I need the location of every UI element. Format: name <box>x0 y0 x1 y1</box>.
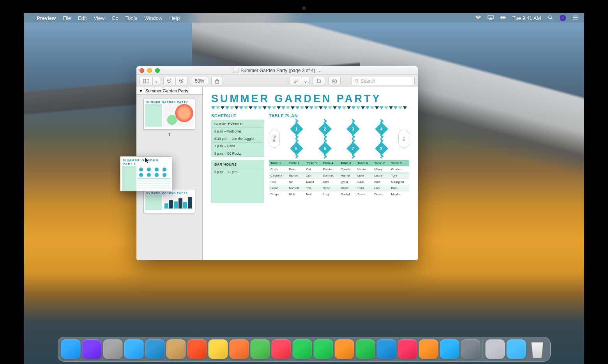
battery-icon[interactable] <box>500 15 506 21</box>
menubar: Preview File Edit View Go Tools Window H… <box>24 13 584 23</box>
spotlight-icon[interactable] <box>547 15 553 21</box>
dock-appstore[interactable] <box>440 339 460 359</box>
table-icon-4: 4 <box>374 121 389 137</box>
preview-window: Summer Garden Party (page 3 of 4) ⌄ ⌄ 50… <box>136 66 418 260</box>
bar-hours-box: BAR HOURS 6 p.m. – 11 p.m. <box>211 160 264 203</box>
chevron-down-icon[interactable]: ⌄ <box>318 68 322 73</box>
svg-rect-1 <box>501 17 505 18</box>
table-icon-1: 1 <box>289 121 304 137</box>
dock-trash[interactable] <box>528 339 547 359</box>
svg-line-16 <box>183 82 184 83</box>
svg-rect-9 <box>145 79 149 83</box>
dock-finder[interactable] <box>61 339 81 359</box>
table-icon-6: 6 <box>317 141 333 156</box>
schedule-heading: SCHEDULE <box>211 113 264 118</box>
dock-keynote[interactable] <box>377 339 396 359</box>
svg-point-3 <box>549 16 552 19</box>
table-layout: Stage 12345678 Bar <box>269 120 409 160</box>
dock-preview[interactable] <box>486 339 505 359</box>
svg-point-21 <box>355 79 358 82</box>
document-canvas[interactable]: SUMMER GARDEN PARTY SCHEDULE STAGE EVENT… <box>203 87 418 260</box>
highlight-menu[interactable]: ⌄ <box>302 77 309 85</box>
table-icon-5: 5 <box>289 141 304 156</box>
svg-line-12 <box>171 82 172 83</box>
search-input[interactable]: Search <box>352 77 415 85</box>
tableplan-heading: TABLE PLAN <box>269 113 409 118</box>
zoom-level[interactable]: 50% <box>191 77 208 85</box>
maximize-button[interactable] <box>155 68 160 73</box>
doc-title: SUMMER GARDEN PARTY <box>211 93 409 105</box>
menu-window[interactable]: Window <box>144 15 162 21</box>
seating-table: Table 1Table 2Table 3Table 4Table 5Table… <box>269 160 409 197</box>
dock-pages[interactable] <box>335 339 354 359</box>
dock-preferences[interactable] <box>461 339 481 359</box>
disclosure-triangle-icon[interactable]: ▼ <box>139 88 143 93</box>
dock-facetime[interactable] <box>314 339 333 359</box>
view-mode-menu[interactable]: ⌄ <box>153 77 160 85</box>
dock-numbers[interactable] <box>356 339 375 359</box>
siri-icon[interactable] <box>560 15 566 21</box>
minimize-button[interactable] <box>147 68 152 73</box>
dock <box>58 337 551 362</box>
table-icon-2: 2 <box>317 121 333 137</box>
wifi-icon[interactable] <box>475 15 481 21</box>
menu-view[interactable]: View <box>94 15 105 21</box>
highlight-button[interactable] <box>290 77 302 85</box>
menu-tools[interactable]: Tools <box>125 15 137 21</box>
cursor-icon <box>145 157 150 164</box>
toolbar: ⌄ 50% ⌄ Search <box>136 75 418 87</box>
svg-line-22 <box>357 82 359 83</box>
rotate-button[interactable] <box>313 77 325 85</box>
menu-help[interactable]: Help <box>169 15 180 21</box>
search-placeholder: Search <box>361 78 375 84</box>
dock-maps[interactable] <box>251 339 270 359</box>
dock-ibooks[interactable] <box>419 339 438 359</box>
zoom-out-button[interactable] <box>163 77 176 85</box>
bunting-decoration <box>211 106 409 110</box>
dock-reminders[interactable] <box>230 339 249 359</box>
app-name[interactable]: Preview <box>37 15 56 21</box>
airplay-icon[interactable] <box>488 15 494 21</box>
sidebar-header[interactable]: ▼ Summer Garden Party <box>136 87 202 95</box>
table-icon-8: 8 <box>374 141 389 156</box>
dock-calendar[interactable] <box>187 339 207 359</box>
stage-events-box: STAGE EVENTS 6 p.m. – Welcome 6:30 p.m. … <box>211 120 264 157</box>
search-icon <box>354 79 359 83</box>
document-proxy-icon[interactable] <box>233 68 238 73</box>
camera-dot <box>302 6 306 10</box>
dock-itunes[interactable] <box>398 339 417 359</box>
menu-go[interactable]: Go <box>111 15 118 21</box>
titlebar[interactable]: Summer Garden Party (page 3 of 4) ⌄ <box>136 66 418 75</box>
bar-marker: Bar <box>398 130 409 148</box>
svg-rect-8 <box>143 79 145 83</box>
table-icon-7: 7 <box>345 141 361 156</box>
close-button[interactable] <box>140 68 144 73</box>
dock-notes[interactable] <box>209 339 228 359</box>
svg-line-4 <box>551 18 552 19</box>
dock-safari[interactable] <box>124 339 144 359</box>
dock-messages[interactable] <box>293 339 312 359</box>
dock-photos[interactable] <box>272 339 291 359</box>
table-icon-3: 3 <box>345 121 361 137</box>
stage-marker: Stage <box>269 130 280 148</box>
svg-rect-2 <box>505 17 506 18</box>
zoom-in-button[interactable] <box>176 77 188 85</box>
view-mode-button[interactable] <box>140 77 153 85</box>
dock-contacts[interactable] <box>166 339 186 359</box>
dock-mail[interactable] <box>145 339 165 359</box>
dock-launchpad[interactable] <box>103 339 123 359</box>
share-button[interactable] <box>211 77 223 85</box>
notification-center-icon[interactable] <box>572 15 578 21</box>
thumbnail-page-1[interactable]: SUMMER GARDEN PARTY 1 <box>136 95 202 138</box>
dock-siri[interactable] <box>82 339 102 359</box>
menu-edit[interactable]: Edit <box>78 15 87 21</box>
dock-downloads[interactable] <box>507 339 526 359</box>
window-title: Summer Garden Party (page 3 of 4) <box>240 68 315 73</box>
menu-file[interactable]: File <box>63 15 71 21</box>
clock[interactable]: Tue 9:41 AM <box>513 15 541 21</box>
markup-button[interactable] <box>328 77 341 85</box>
